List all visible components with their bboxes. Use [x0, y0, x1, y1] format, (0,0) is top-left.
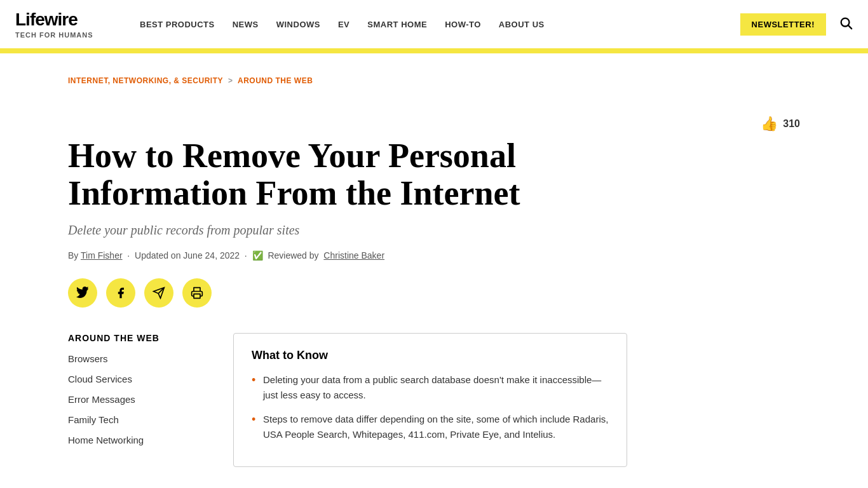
sidebar-link-list: Browsers Cloud Services Error Messages F… [68, 353, 208, 446]
list-item: Error Messages [68, 394, 208, 405]
list-item: Home Networking [68, 435, 208, 446]
sidebar: AROUND THE WEB Browsers Cloud Services E… [68, 333, 208, 488]
article-body-text: This guide covers how to remove your per… [233, 485, 627, 488]
main-layout: AROUND THE WEB Browsers Cloud Services E… [68, 333, 800, 488]
nav-ev[interactable]: EV [338, 20, 349, 29]
logo-area: Lifewire TECH FOR HUMANS [15, 10, 117, 39]
nav-windows[interactable]: WINDOWS [276, 20, 320, 29]
svg-line-1 [848, 25, 851, 29]
sidebar-link-cloud-services[interactable]: Cloud Services [68, 374, 132, 384]
article-main: What to Know Deleting your data from a p… [233, 333, 627, 488]
nav-how-to[interactable]: HOW-TO [445, 20, 481, 29]
reviewed-check-icon: ✅ [252, 250, 263, 261]
facebook-share-button[interactable] [106, 278, 135, 308]
site-header: Lifewire TECH FOR HUMANS BEST PRODUCTS N… [0, 0, 868, 51]
like-area[interactable]: 👍 310 [761, 116, 800, 132]
breadcrumb-separator: > [228, 76, 233, 85]
content-wrapper: INTERNET, NETWORKING, & SECURITY > AROUN… [53, 53, 815, 488]
author-link[interactable]: Tim Fisher [81, 250, 123, 261]
list-item: Cloud Services [68, 374, 208, 385]
nav-best-products[interactable]: BEST PRODUCTS [140, 20, 215, 29]
like-icon: 👍 [761, 116, 778, 132]
sidebar-link-error-messages[interactable]: Error Messages [68, 394, 135, 405]
sidebar-link-family-tech[interactable]: Family Tech [68, 414, 119, 425]
email-share-button[interactable] [144, 278, 173, 308]
twitter-icon [76, 287, 89, 299]
print-button[interactable] [182, 278, 212, 308]
print-icon [191, 287, 203, 299]
site-tagline: TECH FOR HUMANS [15, 31, 117, 39]
nav-news[interactable]: NEWS [233, 20, 259, 29]
svg-rect-4 [194, 294, 200, 298]
what-to-know-title: What to Know [252, 349, 609, 362]
by-label: By [68, 250, 78, 261]
byline: By Tim Fisher · Updated on June 24, 2022… [68, 250, 800, 261]
article-title: How to Remove Your Personal Information … [68, 137, 640, 213]
breadcrumb: INTERNET, NETWORKING, & SECURITY > AROUN… [68, 53, 800, 95]
facebook-icon [114, 287, 127, 299]
reviewer-link[interactable]: Christine Baker [323, 250, 384, 261]
list-item: Browsers [68, 353, 208, 365]
what-to-know-box: What to Know Deleting your data from a p… [233, 333, 627, 467]
breadcrumb-current[interactable]: AROUND THE WEB [238, 76, 313, 85]
list-item: Steps to remove data differ depending on… [252, 412, 609, 442]
newsletter-button[interactable]: NEWSLETTER! [740, 13, 826, 36]
nav-smart-home[interactable]: SMART HOME [367, 20, 427, 29]
reviewed-by-label: Reviewed by [268, 250, 318, 261]
nav-about-us[interactable]: ABOUT US [499, 20, 545, 29]
social-share-row [68, 278, 800, 308]
main-nav: BEST PRODUCTS NEWS WINDOWS EV SMART HOME… [140, 20, 740, 29]
breadcrumb-row: INTERNET, NETWORKING, & SECURITY > AROUN… [68, 53, 800, 132]
search-icon [839, 16, 853, 30]
sidebar-section-title: AROUND THE WEB [68, 333, 208, 343]
sidebar-link-home-networking[interactable]: Home Networking [68, 435, 144, 445]
breadcrumb-parent[interactable]: INTERNET, NETWORKING, & SECURITY [68, 76, 223, 85]
like-count: 310 [783, 118, 800, 130]
search-icon-button[interactable] [839, 16, 853, 33]
sidebar-link-browsers[interactable]: Browsers [68, 353, 108, 364]
list-item: Family Tech [68, 414, 208, 426]
updated-date: Updated on June 24, 2022 [135, 250, 240, 261]
what-to-know-list: Deleting your data from a public search … [252, 372, 609, 442]
article-subtitle: Delete your public records from popular … [68, 223, 513, 238]
email-icon [153, 287, 165, 299]
list-item: Deleting your data from a public search … [252, 372, 609, 403]
site-logo[interactable]: Lifewire [15, 10, 117, 30]
twitter-share-button[interactable] [68, 278, 97, 308]
